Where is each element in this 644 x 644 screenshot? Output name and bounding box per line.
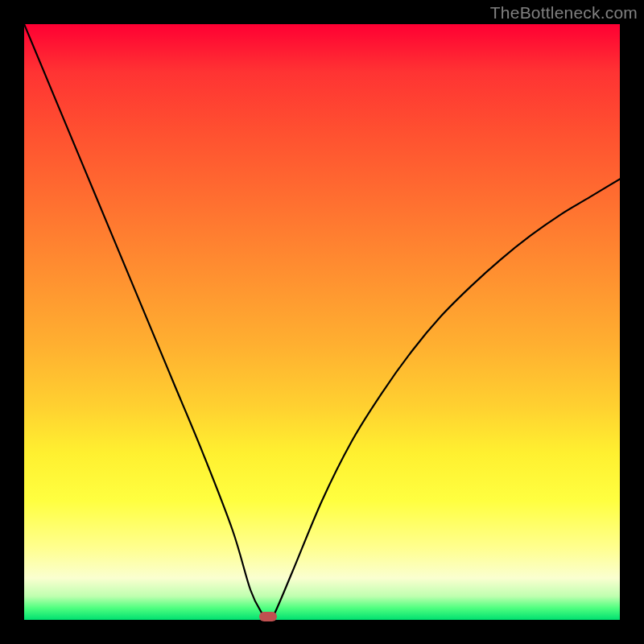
- watermark-text: TheBottleneck.com: [490, 3, 638, 23]
- optimal-marker: [259, 612, 277, 621]
- bottleneck-curve: [24, 24, 620, 620]
- plot-area: [24, 24, 620, 620]
- chart-frame: TheBottleneck.com: [0, 0, 644, 644]
- curve-svg: [24, 24, 620, 620]
